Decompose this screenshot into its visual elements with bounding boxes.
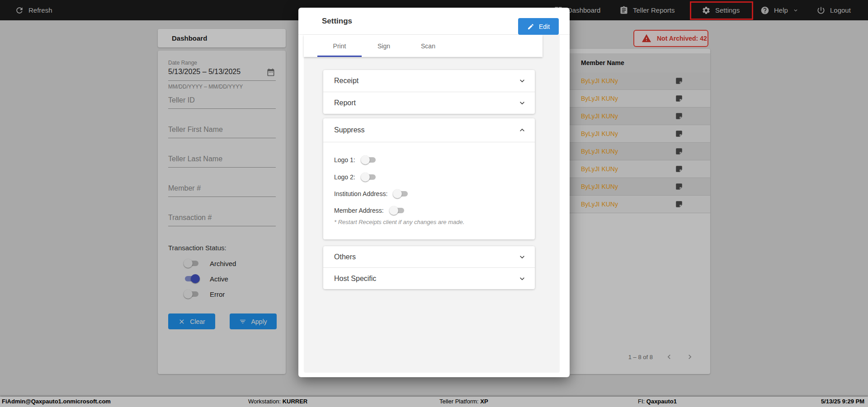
accordion-host-specific[interactable]: Host Specific	[323, 268, 535, 289]
logo1-label: Logo 1:	[334, 156, 355, 164]
receipt-report-card: Receipt Report	[323, 70, 535, 114]
chevron-down-icon	[518, 76, 527, 85]
institution-address-label: Institution Address:	[334, 190, 387, 197]
settings-tabbar: Print Sign Scan	[304, 35, 542, 57]
settings-modal-body: Print Sign Scan Receipt Report Sup	[304, 35, 560, 373]
tab-scan[interactable]: Scan	[406, 35, 450, 57]
settings-modal-header: Settings Edit	[298, 8, 570, 35]
settings-modal-title: Settings	[322, 17, 352, 26]
report-label: Report	[323, 99, 356, 107]
suppress-card: Suppress Logo 1: Logo 2: Institution Add…	[323, 118, 535, 239]
member-address-label: Member Address:	[334, 207, 384, 214]
logo2-toggle[interactable]	[361, 173, 377, 182]
suppress-row-member-address: Member Address:	[334, 205, 406, 216]
tab-print[interactable]: Print	[317, 35, 362, 57]
others-label: Others	[323, 253, 356, 261]
accordion-suppress[interactable]: Suppress	[323, 118, 535, 142]
divider	[323, 142, 535, 142]
chevron-down-icon	[518, 274, 527, 283]
suppress-label: Suppress	[323, 126, 365, 134]
app-root: Refresh Dashboard Teller Reports Setting…	[0, 0, 868, 407]
edit-button[interactable]: Edit	[518, 18, 559, 35]
accordion-receipt[interactable]: Receipt	[323, 70, 535, 92]
chevron-up-icon	[518, 126, 527, 135]
chevron-down-icon	[518, 98, 527, 108]
receipt-label: Receipt	[323, 77, 359, 85]
accordion-report[interactable]: Report	[323, 92, 535, 114]
settings-highlight-annotation	[690, 1, 753, 20]
settings-modal: Settings Edit Print Sign Scan Receipt	[298, 8, 570, 377]
accordion-others[interactable]: Others	[323, 246, 535, 267]
pencil-icon	[527, 23, 534, 30]
suppress-row-logo2: Logo 2:	[334, 172, 377, 182]
others-host-card: Others Host Specific	[323, 246, 535, 289]
suppress-note: * Restart Receipts client if any changes…	[334, 219, 464, 225]
member-address-toggle[interactable]	[389, 206, 406, 215]
host-specific-label: Host Specific	[323, 275, 376, 283]
suppress-row-institution-address: Institution Address:	[334, 188, 409, 199]
tab-sign[interactable]: Sign	[362, 35, 406, 57]
institution-address-toggle[interactable]	[393, 189, 409, 198]
chevron-down-icon	[518, 253, 527, 262]
logo1-toggle[interactable]	[361, 155, 377, 164]
logo2-label: Logo 2:	[334, 173, 355, 181]
suppress-row-logo1: Logo 1:	[334, 154, 377, 165]
edit-button-label: Edit	[539, 23, 550, 30]
